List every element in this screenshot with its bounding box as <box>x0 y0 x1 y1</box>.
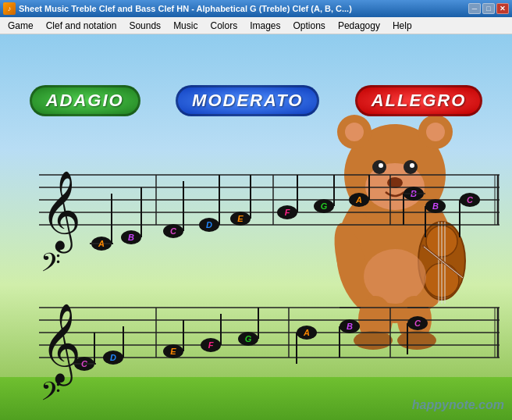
svg-text:F: F <box>208 340 214 350</box>
svg-text:B: B <box>347 322 353 331</box>
menu-sounds[interactable]: Sounds <box>123 17 167 34</box>
staff-2: 𝄞 𝄢 C D E F G A <box>0 276 512 417</box>
title-bar: ♪ Sheet Music Treble Clef and Bass Clef … <box>0 0 512 17</box>
close-button[interactable]: ✕ <box>496 3 509 14</box>
tempo-labels: ADAGIO MODERATO ALLEGRO <box>0 85 512 116</box>
svg-text:G: G <box>245 334 252 343</box>
svg-text:F: F <box>285 208 290 217</box>
minimize-button[interactable]: ─ <box>468 3 481 14</box>
menu-help[interactable]: Help <box>386 17 418 34</box>
menu-clef-notation[interactable]: Clef and notation <box>40 17 123 34</box>
tempo-moderato[interactable]: MODERATO <box>176 85 319 116</box>
menu-music[interactable]: Music <box>167 17 204 34</box>
svg-text:E: E <box>237 214 244 223</box>
menu-options[interactable]: Options <box>287 17 332 34</box>
menu-images[interactable]: Images <box>244 17 286 34</box>
tempo-adagio[interactable]: ADAGIO <box>30 85 140 116</box>
menu-colors[interactable]: Colors <box>204 17 244 34</box>
maximize-button[interactable]: □ <box>482 3 495 14</box>
svg-text:C: C <box>170 226 177 236</box>
watermark: happynote.com <box>412 398 504 412</box>
svg-text:C: C <box>467 195 474 205</box>
app-icon: ♪ <box>3 2 16 15</box>
svg-text:A: A <box>303 328 310 337</box>
svg-text:G: G <box>321 201 328 211</box>
svg-text:B: B <box>128 233 134 242</box>
svg-text:C: C <box>414 319 421 328</box>
menu-bar: Game Clef and notation Sounds Music Colo… <box>0 17 512 34</box>
svg-text:A: A <box>98 239 105 248</box>
svg-text:𝄞: 𝄞 <box>41 171 81 254</box>
window-controls: ─ □ ✕ <box>468 3 509 14</box>
staff-1: 𝄞 𝄢 A B C D E F <box>0 128 512 284</box>
svg-text:𝄞: 𝄞 <box>41 304 81 386</box>
svg-text:A: A <box>355 195 362 205</box>
svg-text:E: E <box>170 347 176 356</box>
svg-text:𝄢: 𝄢 <box>41 377 61 412</box>
menu-pedagogy[interactable]: Pedagogy <box>332 17 386 34</box>
svg-text:C: C <box>81 359 88 368</box>
main-content: ADAGIO MODERATO ALLEGRO 𝄞 𝄢 A B <box>0 34 512 420</box>
tempo-allegro[interactable]: ALLEGRO <box>355 85 483 116</box>
window-title: Sheet Music Treble Clef and Bass Clef HN… <box>19 4 468 13</box>
svg-text:B: B <box>432 201 439 211</box>
svg-text:D: D <box>206 220 212 230</box>
menu-game[interactable]: Game <box>2 17 40 34</box>
svg-text:D: D <box>110 353 116 362</box>
